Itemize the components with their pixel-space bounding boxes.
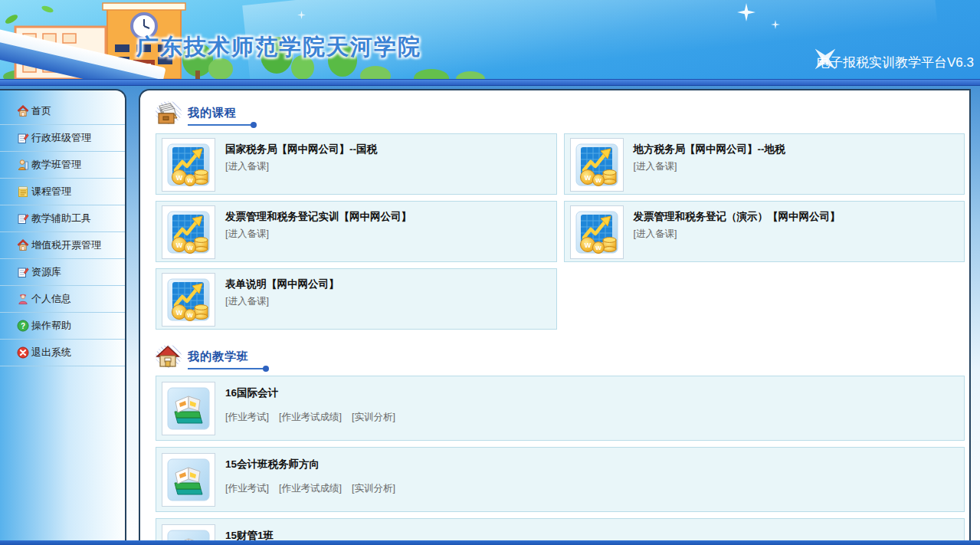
- courses-section-title-wrap: 我的课程: [188, 101, 237, 126]
- course-card: WW地方税务局【网中网公司】--地税[进入备课]: [564, 133, 965, 195]
- sidebar-item-label: 资源库: [31, 265, 61, 279]
- sidebar-item-label: 个人信息: [31, 292, 71, 306]
- class-link[interactable]: [作业考试成绩]: [279, 411, 342, 424]
- class-link[interactable]: [作业考试成绩]: [279, 482, 342, 495]
- sidebar-item-admin-class[interactable]: 行政班级管理: [0, 125, 125, 152]
- bush-shape: [414, 69, 449, 79]
- class-books-icon: [162, 382, 215, 435]
- app-header: 广东技术师范学院天河学院 电子报税实训教学平台V6.3: [0, 0, 980, 79]
- sidebar-item-teaching-tools[interactable]: 教学辅助工具: [0, 205, 125, 232]
- course-chart-coins-icon: WW: [570, 205, 624, 259]
- sparkle-icon: [297, 11, 306, 19]
- sparkle-icon: [771, 20, 780, 29]
- svg-text:W: W: [187, 312, 193, 319]
- sidebar-item-personal-info[interactable]: 个人信息: [0, 286, 125, 313]
- svg-text:W: W: [176, 174, 183, 182]
- class-links-row: [作业考试][作业考试成绩][实训分析]: [225, 409, 405, 424]
- classes-section-header: 我的教学班: [156, 345, 965, 369]
- class-card-list: 16国际会计[作业考试][作业考试成绩][实训分析]15会计班税务师方向[作业考…: [156, 376, 965, 545]
- notepad-pencil-icon: [17, 132, 29, 144]
- title-underline: [188, 124, 254, 126]
- svg-text:W: W: [595, 245, 601, 251]
- title-underline: [188, 368, 266, 369]
- sparkle-icon: [737, 3, 755, 21]
- classes-section-title-wrap: 我的教学班: [188, 345, 249, 369]
- sidebar-item-label: 操作帮助: [31, 319, 71, 333]
- home-icon: [17, 105, 29, 117]
- course-card: WW表单说明【网中网公司】[进入备课]: [156, 268, 557, 330]
- enter-lesson-prep-link[interactable]: [进入备课]: [634, 160, 677, 173]
- house-icon: [156, 345, 183, 369]
- sidebar-item-vat-invoice[interactable]: 增值税开票管理: [0, 232, 125, 259]
- sidebar-item-label: 课程管理: [31, 185, 71, 199]
- class-title: 16国际会计: [225, 386, 405, 400]
- sidebar-item-label: 行政班级管理: [31, 131, 91, 145]
- svg-text:W: W: [176, 309, 183, 317]
- footer-bar: [0, 540, 980, 545]
- course-chart-coins-icon: WW: [162, 205, 215, 259]
- sidebar-item-help[interactable]: ?操作帮助: [0, 313, 125, 340]
- course-card-text: 发票管理和税务登记（演示）【网中网公司】[进入备课]: [634, 205, 841, 261]
- course-card-text: 发票管理和税务登记实训【网中网公司】[进入备课]: [225, 205, 411, 261]
- sidebar-item-label: 退出系统: [31, 346, 71, 360]
- card-file-icon: [156, 101, 183, 126]
- course-title: 国家税务局【网中网公司】--国税: [225, 143, 377, 156]
- notepad-pencil-icon: [17, 212, 29, 225]
- svg-text:W: W: [595, 177, 601, 184]
- svg-text:W: W: [187, 177, 193, 184]
- logout-icon: [17, 346, 29, 359]
- classes-section-title: 我的教学班: [188, 350, 249, 363]
- enter-lesson-prep-link[interactable]: [进入备课]: [225, 228, 269, 241]
- course-chart-coins-icon: WW: [162, 273, 215, 327]
- sidebar-item-logout[interactable]: 退出系统: [0, 340, 125, 366]
- person-orange-icon: [17, 159, 29, 171]
- class-link[interactable]: [实训分析]: [352, 482, 395, 495]
- platform-title: 电子报税实训教学平台V6.3: [817, 54, 974, 71]
- course-title: 地方税务局【网中网公司】--地税: [634, 143, 785, 156]
- school-name: 广东技术师范学院天河学院: [136, 32, 421, 63]
- course-card-text: 国家税务局【网中网公司】--国税[进入备课]: [225, 138, 377, 194]
- title-dot: [251, 122, 257, 128]
- sidebar-item-resource-lib[interactable]: 资源库: [0, 259, 125, 286]
- course-card-text: 地方税务局【网中网公司】--地税[进入备课]: [634, 138, 785, 194]
- home-icon: [17, 239, 29, 251]
- class-title: 15会计班税务师方向: [225, 458, 405, 471]
- sidebar-item-teaching-class[interactable]: 教学班管理: [0, 152, 125, 179]
- svg-text:W: W: [584, 174, 591, 182]
- courses-section-header: 我的课程: [156, 101, 965, 126]
- class-card-text: 15会计班税务师方向[作业考试][作业考试成绩][实训分析]: [225, 453, 405, 511]
- enter-lesson-prep-link[interactable]: [进入备课]: [225, 160, 269, 173]
- class-card: 16国际会计[作业考试][作业考试成绩][实训分析]: [156, 376, 965, 441]
- sidebar-item-label: 增值税开票管理: [31, 238, 101, 252]
- course-chart-coins-icon: WW: [162, 138, 215, 192]
- class-links-row: [作业考试][作业考试成绩][实训分析]: [225, 481, 405, 495]
- course-card-grid: WW国家税务局【网中网公司】--国税[进入备课]WW地方税务局【网中网公司】--…: [156, 133, 965, 330]
- person-pink-icon: [17, 293, 29, 305]
- bush-shape: [456, 71, 485, 79]
- header-divider-bar: [0, 79, 980, 86]
- svg-text:W: W: [584, 241, 591, 249]
- sidebar-item-home[interactable]: 首页: [0, 98, 125, 125]
- courses-section-title: 我的课程: [188, 106, 237, 119]
- class-link[interactable]: [作业考试]: [225, 411, 269, 424]
- class-books-icon: [162, 453, 215, 507]
- svg-text:W: W: [187, 245, 193, 251]
- course-title: 发票管理和税务登记（演示）【网中网公司】: [634, 210, 841, 224]
- course-card: WW发票管理和税务登记（演示）【网中网公司】[进入备课]: [564, 201, 965, 262]
- main-area: 首页行政班级管理教学班管理课程管理教学辅助工具增值税开票管理资源库个人信息?操作…: [0, 86, 980, 545]
- course-card-text: 表单说明【网中网公司】[进入备课]: [225, 273, 339, 329]
- title-dot: [263, 366, 269, 372]
- class-card: 15会计班税务师方向[作业考试][作业考试成绩][实训分析]: [156, 447, 965, 512]
- enter-lesson-prep-link[interactable]: [进入备课]: [225, 295, 269, 308]
- sidebar-item-label: 教学辅助工具: [31, 212, 91, 225]
- content-panel: 我的课程 WW国家税务局【网中网公司】--国税[进入备课]WW地方税务局【网中网…: [139, 89, 971, 545]
- sidebar-item-course-mgmt[interactable]: 课程管理: [0, 179, 125, 205]
- class-link[interactable]: [实训分析]: [352, 411, 395, 424]
- course-card: WW发票管理和税务登记实训【网中网公司】[进入备课]: [156, 201, 557, 262]
- class-link[interactable]: [作业考试]: [225, 482, 269, 495]
- course-chart-coins-icon: WW: [570, 138, 624, 192]
- svg-text:?: ?: [21, 322, 25, 330]
- sidebar-menu: 首页行政班级管理教学班管理课程管理教学辅助工具增值税开票管理资源库个人信息?操作…: [0, 98, 125, 366]
- course-card: WW国家税务局【网中网公司】--国税[进入备课]: [156, 133, 557, 195]
- enter-lesson-prep-link[interactable]: [进入备课]: [634, 228, 677, 241]
